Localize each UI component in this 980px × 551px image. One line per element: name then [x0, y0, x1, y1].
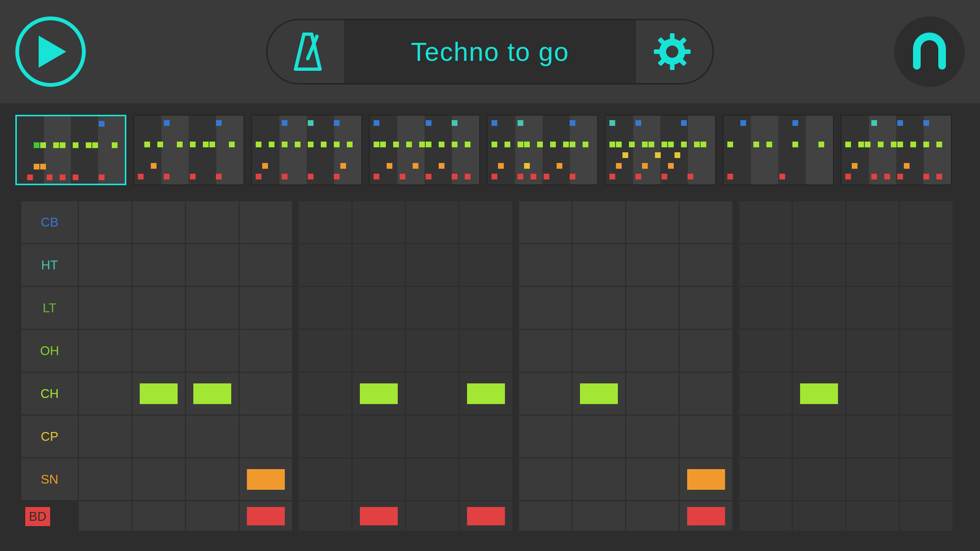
- step-ht-4[interactable]: [299, 244, 353, 287]
- step-bd-12[interactable]: [739, 501, 793, 532]
- step-bd-3[interactable]: [240, 501, 293, 532]
- step-oh-11[interactable]: [680, 330, 733, 373]
- step-cp-0[interactable]: [79, 416, 132, 458]
- step-oh-15[interactable]: [900, 330, 954, 373]
- step-bd-6[interactable]: [406, 501, 460, 532]
- step-ch-10[interactable]: [626, 373, 680, 416]
- step-oh-2[interactable]: [186, 330, 240, 373]
- step-ch-9[interactable]: [573, 373, 626, 416]
- step-bd-4[interactable]: [299, 501, 353, 532]
- pattern-thumb-3[interactable]: [369, 115, 480, 185]
- step-sn-15[interactable]: [900, 458, 954, 501]
- step-cp-12[interactable]: [739, 416, 793, 458]
- step-cp-15[interactable]: [900, 416, 954, 458]
- step-sn-1[interactable]: [132, 458, 186, 501]
- step-cb-4[interactable]: [299, 201, 353, 244]
- step-ht-1[interactable]: [132, 244, 186, 287]
- step-ht-3[interactable]: [240, 244, 293, 287]
- step-ch-14[interactable]: [846, 373, 900, 416]
- step-oh-9[interactable]: [573, 330, 626, 373]
- step-ch-2[interactable]: [186, 373, 240, 416]
- pattern-thumb-7[interactable]: [841, 115, 952, 185]
- pattern-thumb-6[interactable]: [723, 115, 834, 185]
- step-oh-7[interactable]: [460, 330, 513, 373]
- step-bd-11[interactable]: [680, 501, 733, 532]
- metronome-button[interactable]: [287, 33, 329, 71]
- step-lt-5[interactable]: [353, 287, 406, 330]
- step-sn-0[interactable]: [79, 458, 132, 501]
- step-cb-3[interactable]: [240, 201, 293, 244]
- step-lt-0[interactable]: [79, 287, 132, 330]
- step-cp-7[interactable]: [460, 416, 513, 458]
- track-label-cp[interactable]: CP: [21, 416, 79, 458]
- step-cb-15[interactable]: [900, 201, 954, 244]
- step-bd-1[interactable]: [132, 501, 186, 532]
- settings-button[interactable]: [651, 33, 693, 71]
- step-ht-14[interactable]: [846, 244, 900, 287]
- step-cp-11[interactable]: [680, 416, 733, 458]
- step-lt-4[interactable]: [299, 287, 353, 330]
- play-button[interactable]: [15, 16, 86, 87]
- track-label-ch[interactable]: CH: [21, 373, 79, 416]
- step-sn-12[interactable]: [739, 458, 793, 501]
- step-ch-7[interactable]: [460, 373, 513, 416]
- track-label-bd[interactable]: BD: [21, 501, 79, 532]
- step-ch-13[interactable]: [793, 373, 846, 416]
- step-bd-14[interactable]: [846, 501, 900, 532]
- step-cb-11[interactable]: [680, 201, 733, 244]
- step-cp-4[interactable]: [299, 416, 353, 458]
- pattern-thumb-2[interactable]: [251, 115, 362, 185]
- step-cb-9[interactable]: [573, 201, 626, 244]
- step-ht-9[interactable]: [573, 244, 626, 287]
- step-cp-3[interactable]: [240, 416, 293, 458]
- pattern-thumb-4[interactable]: [487, 115, 598, 185]
- step-ch-5[interactable]: [353, 373, 406, 416]
- step-bd-5[interactable]: [353, 501, 406, 532]
- step-lt-7[interactable]: [460, 287, 513, 330]
- step-sn-5[interactable]: [353, 458, 406, 501]
- step-lt-3[interactable]: [240, 287, 293, 330]
- step-cp-10[interactable]: [626, 416, 680, 458]
- step-oh-4[interactable]: [299, 330, 353, 373]
- step-cp-1[interactable]: [132, 416, 186, 458]
- step-ch-1[interactable]: [132, 373, 186, 416]
- step-bd-7[interactable]: [460, 501, 513, 532]
- step-sn-10[interactable]: [626, 458, 680, 501]
- step-ht-8[interactable]: [519, 244, 573, 287]
- pattern-thumb-0[interactable]: [15, 115, 126, 185]
- pattern-thumb-5[interactable]: [605, 115, 716, 185]
- step-ht-15[interactable]: [900, 244, 954, 287]
- step-bd-2[interactable]: [186, 501, 240, 532]
- step-ht-10[interactable]: [626, 244, 680, 287]
- step-ch-11[interactable]: [680, 373, 733, 416]
- step-sn-2[interactable]: [186, 458, 240, 501]
- step-ht-0[interactable]: [79, 244, 132, 287]
- step-lt-11[interactable]: [680, 287, 733, 330]
- step-cp-9[interactable]: [573, 416, 626, 458]
- step-cb-0[interactable]: [79, 201, 132, 244]
- step-ch-12[interactable]: [739, 373, 793, 416]
- step-ch-6[interactable]: [406, 373, 460, 416]
- step-bd-8[interactable]: [519, 501, 573, 532]
- logo-button[interactable]: [894, 16, 965, 87]
- step-oh-0[interactable]: [79, 330, 132, 373]
- track-label-sn[interactable]: SN: [21, 458, 79, 501]
- step-ch-15[interactable]: [900, 373, 954, 416]
- step-oh-10[interactable]: [626, 330, 680, 373]
- step-ht-12[interactable]: [739, 244, 793, 287]
- step-sn-11[interactable]: [680, 458, 733, 501]
- step-oh-14[interactable]: [846, 330, 900, 373]
- step-cb-12[interactable]: [739, 201, 793, 244]
- step-sn-6[interactable]: [406, 458, 460, 501]
- step-lt-9[interactable]: [573, 287, 626, 330]
- step-cp-6[interactable]: [406, 416, 460, 458]
- step-cb-10[interactable]: [626, 201, 680, 244]
- step-ch-0[interactable]: [79, 373, 132, 416]
- step-bd-10[interactable]: [626, 501, 680, 532]
- step-cp-13[interactable]: [793, 416, 846, 458]
- step-ht-7[interactable]: [460, 244, 513, 287]
- track-label-cb[interactable]: CB: [21, 201, 79, 244]
- track-label-ht[interactable]: HT: [21, 244, 79, 287]
- step-oh-12[interactable]: [739, 330, 793, 373]
- step-lt-2[interactable]: [186, 287, 240, 330]
